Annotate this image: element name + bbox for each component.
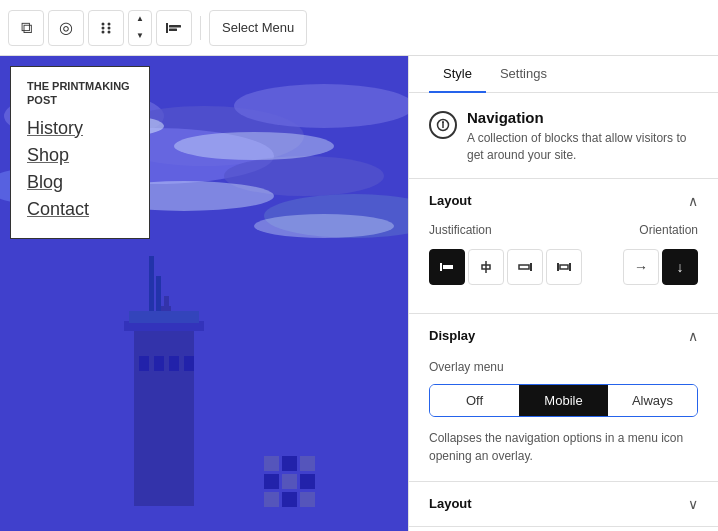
select-menu-button[interactable]: Select Menu	[209, 10, 307, 46]
display-section-content: Overlay menu Off Mobile Always Collapses…	[409, 360, 718, 481]
svg-rect-7	[169, 25, 181, 28]
toggle-off-button[interactable]: Off	[430, 385, 519, 416]
justification-label: Justification	[429, 223, 492, 237]
svg-rect-25	[154, 356, 164, 371]
svg-point-43	[442, 121, 444, 123]
up-down-arrows[interactable]: ▲ ▼	[128, 10, 152, 46]
site-name: THE PRINTMAKING POST	[27, 79, 133, 108]
justify-center-button[interactable]	[468, 249, 504, 285]
orientation-label: Orientation	[639, 223, 698, 237]
main-area: THE PRINTMAKING POST History Shop Blog C…	[0, 56, 718, 531]
svg-rect-29	[129, 311, 199, 323]
svg-point-2	[102, 26, 105, 29]
display-section-header[interactable]: Display ∧	[409, 314, 718, 358]
right-panel: Style Settings Navigation A collection o…	[408, 56, 718, 531]
svg-rect-44	[440, 263, 442, 271]
svg-point-5	[108, 30, 111, 33]
toggle-always-button[interactable]: Always	[608, 385, 697, 416]
svg-rect-51	[569, 263, 571, 271]
tab-settings[interactable]: Settings	[486, 56, 561, 93]
svg-rect-50	[557, 263, 559, 271]
orientation-buttons: → ↓	[623, 249, 698, 285]
svg-point-3	[108, 26, 111, 29]
svg-rect-24	[139, 356, 149, 371]
display-title: Display	[429, 328, 475, 343]
navigation-icon	[429, 111, 457, 139]
svg-rect-32	[264, 456, 279, 471]
svg-rect-38	[264, 492, 279, 507]
svg-rect-39	[282, 492, 297, 507]
layout-section-2: Layout ∨	[409, 482, 718, 527]
drag-button[interactable]	[88, 10, 124, 46]
svg-rect-6	[166, 23, 168, 33]
svg-rect-21	[134, 326, 194, 506]
svg-rect-26	[169, 356, 179, 371]
overlay-menu-label: Overlay menu	[429, 360, 698, 374]
panel-description: A collection of blocks that allow visito…	[467, 130, 698, 164]
layout-section-content: Justification Orientation	[409, 223, 718, 313]
canvas-area: THE PRINTMAKING POST History Shop Blog C…	[0, 56, 408, 531]
layout-section: Layout ∧ Justification Orientation	[409, 179, 718, 314]
tab-style[interactable]: Style	[429, 56, 486, 93]
justify-between-button[interactable]	[546, 249, 582, 285]
layout-section-header[interactable]: Layout ∧	[409, 179, 718, 223]
svg-rect-35	[264, 474, 279, 489]
button-groups-row: → ↓	[429, 249, 698, 285]
nav-link-blog[interactable]: Blog	[27, 172, 133, 193]
display-section: Display ∧ Overlay menu Off Mobile Always…	[409, 314, 718, 482]
svg-rect-40	[300, 492, 315, 507]
svg-rect-45	[443, 265, 453, 269]
up-arrow-icon: ▲	[129, 11, 151, 28]
nav-link-contact[interactable]: Contact	[27, 199, 133, 220]
justify-right-button[interactable]	[507, 249, 543, 285]
panel-tab-bar: Style Settings	[409, 56, 718, 93]
svg-rect-37	[300, 474, 315, 489]
svg-rect-27	[184, 356, 194, 371]
layout-title: Layout	[429, 193, 472, 208]
overlay-toggle-group: Off Mobile Always	[429, 384, 698, 417]
align-left-button[interactable]	[156, 10, 192, 46]
justification-buttons	[429, 249, 582, 285]
layout-section-2-header[interactable]: Layout ∨	[409, 482, 718, 526]
chevron-up-icon: ∧	[688, 328, 698, 344]
svg-point-20	[254, 214, 394, 238]
chevron-down-icon: ∨	[688, 496, 698, 512]
compass-button[interactable]: ◎	[48, 10, 84, 46]
svg-rect-52	[560, 265, 568, 269]
chevron-up-icon: ∧	[688, 193, 698, 209]
panel-header-text: Navigation A collection of blocks that a…	[467, 109, 698, 164]
svg-rect-48	[530, 263, 532, 271]
layout-2-title: Layout	[429, 496, 472, 511]
panel-title: Navigation	[467, 109, 698, 126]
svg-rect-8	[169, 28, 177, 31]
svg-point-4	[102, 30, 105, 33]
layers-button[interactable]: ⧉	[8, 10, 44, 46]
orientation-vertical-button[interactable]: ↓	[662, 249, 698, 285]
svg-point-12	[234, 84, 408, 128]
svg-rect-30	[149, 256, 154, 311]
justification-row: Justification Orientation	[429, 223, 698, 237]
nav-link-history[interactable]: History	[27, 118, 133, 139]
svg-point-0	[102, 22, 105, 25]
svg-rect-31	[156, 276, 161, 311]
orientation-horizontal-button[interactable]: →	[623, 249, 659, 285]
toggle-mobile-button[interactable]: Mobile	[519, 385, 608, 416]
svg-rect-49	[519, 265, 529, 269]
select-menu-label: Select Menu	[222, 20, 294, 35]
svg-rect-36	[282, 474, 297, 489]
justify-left-button[interactable]	[429, 249, 465, 285]
nav-link-shop[interactable]: Shop	[27, 145, 133, 166]
svg-point-18	[174, 132, 334, 160]
panel-header: Navigation A collection of blocks that a…	[409, 93, 718, 179]
svg-point-1	[108, 22, 111, 25]
svg-rect-33	[282, 456, 297, 471]
down-arrow-icon: ▼	[129, 28, 151, 45]
overlay-description: Collapses the navigation options in a me…	[429, 429, 698, 465]
toolbar: ⧉ ◎ ▲ ▼ Select Menu	[0, 0, 718, 56]
separator	[200, 16, 201, 40]
svg-rect-34	[300, 456, 315, 471]
nav-sidebar: THE PRINTMAKING POST History Shop Blog C…	[10, 66, 150, 239]
